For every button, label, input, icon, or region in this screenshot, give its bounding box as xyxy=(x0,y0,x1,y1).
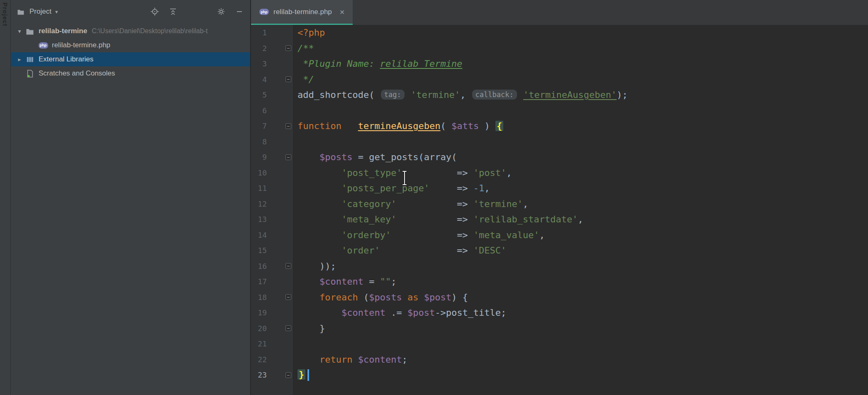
fold-start-icon[interactable] xyxy=(285,154,291,160)
code-line[interactable]: 1<?php xyxy=(251,25,868,41)
tree-item-external-libraries[interactable]: ▸External Libraries xyxy=(11,52,250,66)
line-number: 13 xyxy=(251,215,267,224)
code-line[interactable]: 15 'order' => 'DESC' xyxy=(251,243,868,258)
code-line[interactable]: 17 $content = ""; xyxy=(251,274,868,290)
line-number: 3 xyxy=(251,59,267,68)
project-view-selector[interactable]: Project ▾ xyxy=(16,7,58,16)
editor[interactable]: 1<?php2/**3 *Plugin Name: relilab Termin… xyxy=(251,25,868,395)
code-line[interactable]: 7function termineAusgeben( $atts ) { xyxy=(251,118,868,134)
line-number: 21 xyxy=(251,339,267,348)
code-line[interactable]: 2/** xyxy=(251,41,868,56)
code-line[interactable]: 9 $posts = get_posts(array( xyxy=(251,149,868,165)
settings-icon[interactable] xyxy=(216,7,226,17)
collapse-all-icon[interactable] xyxy=(168,7,178,17)
code-line[interactable]: 19 $content .= $post->post_title; xyxy=(251,305,868,321)
project-tool-window-button[interactable]: Project xyxy=(2,2,9,27)
fold-end-icon[interactable] xyxy=(285,372,291,378)
code-text[interactable]: *Plugin Name: relilab Termine xyxy=(293,59,462,69)
code-text[interactable]: /** xyxy=(293,43,314,54)
code-text[interactable]: */ xyxy=(293,74,314,85)
code-text[interactable]: } xyxy=(293,369,309,381)
tool-window-stripe: Project xyxy=(0,0,11,395)
line-number: 23 xyxy=(251,371,267,379)
ide-window: { "tool_stripe": { "label": "Project" },… xyxy=(0,0,868,395)
code-text[interactable]: 'orderby' => 'meta_value', xyxy=(293,230,545,240)
code-line[interactable]: 18 foreach ($posts as $post) { xyxy=(251,290,868,305)
code-line[interactable]: 12 'category' => 'termine', xyxy=(251,196,868,212)
gutter-cell: 12 xyxy=(251,196,293,212)
folder-icon xyxy=(25,27,35,36)
code-text[interactable]: 'meta_key' => 'relilab_startdate', xyxy=(293,214,583,224)
fold-cell xyxy=(267,352,293,368)
tree-item-label: Scratches and Consoles xyxy=(39,69,115,78)
line-number: 14 xyxy=(251,231,267,239)
fold-cell xyxy=(267,336,293,352)
code-line[interactable]: 3 *Plugin Name: relilab Termine xyxy=(251,56,868,72)
fold-cell xyxy=(267,41,293,56)
line-number: 18 xyxy=(251,293,267,302)
code-line[interactable]: 20 } xyxy=(251,321,868,336)
fold-start-icon[interactable] xyxy=(285,45,291,51)
line-number: 12 xyxy=(251,200,267,208)
tree-item-scratches-and-consoles[interactable]: Scratches and Consoles xyxy=(11,66,250,80)
code-line[interactable]: 4 */ xyxy=(251,72,868,88)
code-line[interactable]: 22 return $content; xyxy=(251,352,868,368)
code-text[interactable]: add_shortcode( tag: 'termine', callback:… xyxy=(293,90,628,100)
gutter-cell: 7 xyxy=(251,118,293,134)
locate-icon[interactable] xyxy=(150,7,160,17)
close-tab-icon[interactable]: × xyxy=(340,8,345,16)
code-text[interactable]: 'posts_per_page' => -1, xyxy=(293,183,490,193)
code-line[interactable]: 14 'orderby' => 'meta_value', xyxy=(251,227,868,243)
code-text[interactable]: $content = ""; xyxy=(293,276,396,287)
fold-cell xyxy=(267,72,293,88)
chevron-right-icon[interactable]: ▸ xyxy=(14,56,25,63)
fold-cell xyxy=(267,149,293,165)
code-text[interactable]: 'category' => 'termine', xyxy=(293,199,528,209)
fold-end-icon[interactable] xyxy=(285,76,291,82)
code-text[interactable]: foreach ($posts as $post) { xyxy=(293,292,468,302)
code-line[interactable]: 13 'meta_key' => 'relilab_startdate', xyxy=(251,212,868,227)
code-line[interactable]: 11 'posts_per_page' => -1, xyxy=(251,180,868,196)
gutter-cell: 20 xyxy=(251,321,293,336)
tree-item-relilab-termine[interactable]: ▾relilab-termineC:\Users\Daniel\Desktop\… xyxy=(11,24,250,38)
tab-relilab-termine-php[interactable]: php relilab-termine.php × xyxy=(251,0,353,25)
gutter-cell: 3 xyxy=(251,56,293,72)
code-line[interactable]: 10 'post_type' => 'post', xyxy=(251,165,868,181)
code-text[interactable]: 'post_type' => 'post', xyxy=(293,168,512,178)
fold-start-icon[interactable] xyxy=(285,123,291,129)
chevron-down-icon[interactable]: ▾ xyxy=(14,28,25,34)
line-number: 1 xyxy=(251,28,267,37)
line-number: 7 xyxy=(251,122,267,130)
tree-item-relilab-termine-php[interactable]: phprelilab-termine.php xyxy=(11,38,250,52)
gutter-cell: 2 xyxy=(251,41,293,56)
code-text[interactable]: function termineAusgeben( $atts ) { xyxy=(293,121,503,131)
fold-cell xyxy=(267,321,293,336)
fold-end-icon[interactable] xyxy=(285,263,291,269)
line-number: 19 xyxy=(251,308,267,317)
code-text[interactable]: $content .= $post->post_title; xyxy=(293,307,506,318)
code-text[interactable]: $posts = get_posts(array( xyxy=(293,152,457,162)
fold-start-icon[interactable] xyxy=(285,294,291,300)
project-panel: Project ▾ xyxy=(11,0,251,395)
code-line[interactable]: 5add_shortcode( tag: 'termine', callback… xyxy=(251,87,868,103)
fold-cell xyxy=(267,25,293,41)
code-text[interactable]: 'order' => 'DESC' xyxy=(293,245,506,256)
code-line[interactable]: 21 xyxy=(251,336,868,352)
code-line[interactable]: 23} xyxy=(251,367,868,383)
fold-end-icon[interactable] xyxy=(285,325,291,331)
code-text[interactable]: } xyxy=(293,323,325,334)
hide-panel-icon[interactable] xyxy=(234,7,244,17)
code-text[interactable]: )); xyxy=(293,261,336,271)
line-number: 17 xyxy=(251,277,267,286)
gutter-cell: 8 xyxy=(251,134,293,150)
gutter-cell: 14 xyxy=(251,227,293,243)
gutter-cell: 16 xyxy=(251,258,293,274)
code-text[interactable]: <?php xyxy=(293,27,325,38)
code-line[interactable]: 6 xyxy=(251,103,868,119)
line-number: 9 xyxy=(251,153,267,161)
code-line[interactable]: 16 )); xyxy=(251,258,868,274)
code-line[interactable]: 8 xyxy=(251,134,868,150)
line-number: 6 xyxy=(251,106,267,115)
fold-cell xyxy=(267,212,293,227)
code-text[interactable]: return $content; xyxy=(293,354,407,365)
